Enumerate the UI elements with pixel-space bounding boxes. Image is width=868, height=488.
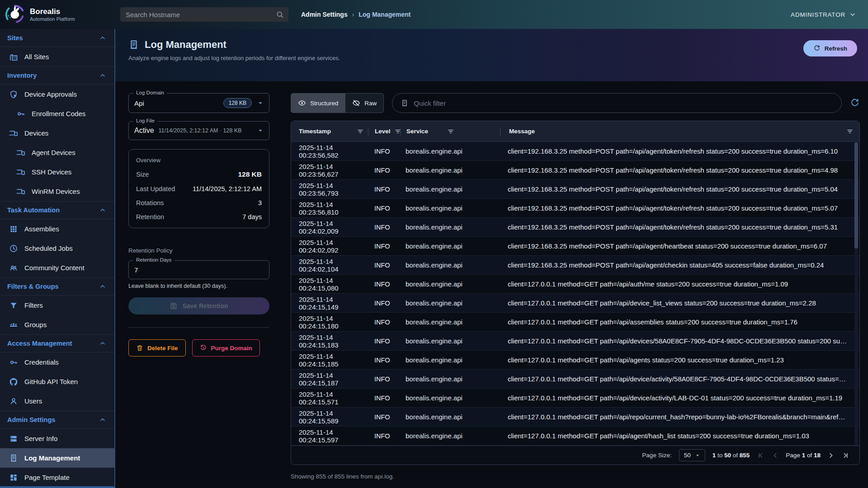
raw-toggle[interactable]: Raw [345, 94, 383, 113]
sidebar-item-winrm-devices[interactable]: WinRM Devices [0, 182, 114, 201]
structured-toggle[interactable]: Structured [291, 94, 345, 113]
sidebar-item-community-content[interactable]: Community Content [0, 258, 114, 277]
column-header-timestamp[interactable]: Timestamp [291, 128, 368, 135]
breadcrumb: Admin Settings › Log Management [301, 11, 410, 18]
page-size-select[interactable]: 50 [679, 449, 705, 461]
save-retention-button[interactable]: Save Retention [128, 297, 269, 314]
breadcrumb-admin-settings[interactable]: Admin Settings [301, 11, 348, 18]
sidebar-item-label: Users [24, 397, 42, 405]
sidebar-section-admin-settings[interactable]: Admin Settings [0, 411, 114, 429]
log-row[interactable]: 2025-11-14 00:24:15,589INFOborealis.engi… [291, 408, 859, 427]
sidebar-item-log-management[interactable]: Log Management [0, 448, 114, 468]
retention-days-input[interactable] [134, 266, 264, 274]
chevron-up-icon [99, 416, 106, 423]
sidebar-section-filters-groups[interactable]: Filters & Groups [0, 277, 114, 296]
log-row[interactable]: 2025-11-14 00:24:02,092INFOborealis.engi… [291, 237, 859, 256]
log-row[interactable]: 2025-11-14 00:24:15,597INFOborealis.engi… [291, 427, 859, 446]
log-row[interactable]: 2025-11-14 00:24:02,104INFOborealis.engi… [291, 256, 859, 275]
log-row[interactable]: 2025-11-14 00:23:56,793INFOborealis.engi… [291, 180, 859, 199]
sidebar-item-label: WinRM Devices [32, 188, 80, 195]
level-cell: INFO [368, 243, 400, 250]
level-cell: INFO [368, 338, 400, 345]
log-row[interactable]: 2025-11-14 00:24:15,180INFOborealis.engi… [291, 313, 859, 332]
log-row[interactable]: 2025-11-14 00:24:15,183INFOborealis.engi… [291, 332, 859, 351]
sidebar-item-device-approvals[interactable]: Device Approvals [0, 84, 114, 104]
sidebar-section-access-management[interactable]: Access Management [0, 334, 114, 352]
sidebar-section-task-automation[interactable]: Task Automation [0, 201, 114, 219]
log-row[interactable]: 2025-11-14 00:23:56,582INFOborealis.engi… [291, 142, 859, 161]
message-cell: client=192.168.3.25 method=POST path=/ap… [499, 242, 859, 250]
purge-domain-button[interactable]: Purge Domain [192, 339, 260, 357]
hostname-search[interactable] [120, 7, 288, 22]
quick-filter[interactable] [392, 93, 842, 113]
filter-icon[interactable] [447, 128, 454, 135]
sidebar-item-agent-devices[interactable]: Agent Devices [0, 143, 114, 162]
log-file-select[interactable]: Log File Active 11/14/2025, 2:12:12 AM ·… [128, 121, 269, 140]
column-header-level[interactable]: Level [368, 128, 400, 135]
retention-days-field[interactable]: Retention Days [128, 260, 269, 279]
log-row[interactable]: 2025-11-14 00:24:02,009INFOborealis.engi… [291, 218, 859, 237]
people-icon [9, 263, 18, 272]
refresh-button[interactable]: Refresh [803, 40, 857, 56]
service-cell: borealis.engine.api [400, 375, 499, 383]
sidebar-item-enrollment-codes[interactable]: Enrollment Codes [0, 104, 114, 123]
first-page-icon[interactable] [757, 451, 765, 460]
log-row[interactable]: 2025-11-14 00:24:15,187INFOborealis.engi… [291, 370, 859, 389]
hostname-search-input[interactable] [126, 11, 276, 19]
scrollbar-thumb[interactable] [854, 142, 858, 249]
log-row[interactable]: 2025-11-14 00:23:56,810INFOborealis.engi… [291, 199, 859, 218]
last-page-icon[interactable] [841, 451, 849, 460]
log-domain-label: Log Domain [133, 90, 167, 95]
sidebar-item-page-template[interactable]: Page Template [0, 468, 114, 487]
sidebar-item-label: Filters [24, 301, 43, 309]
previous-page-icon[interactable] [771, 451, 779, 460]
brand[interactable]: Borealis Automation Platform [0, 4, 113, 25]
table-refresh-icon[interactable] [850, 98, 860, 108]
column-header-service[interactable]: Service [401, 128, 500, 135]
quick-filter-input[interactable] [414, 99, 833, 107]
sidebar-item-users[interactable]: Users [0, 391, 114, 411]
sidebar-item-label: Groups [24, 321, 47, 328]
message-cell: client=127.0.0.1 method=GET path=/api/re… [499, 413, 859, 421]
message-cell: client=192.168.3.25 method=POST path=/ap… [499, 166, 859, 174]
sidebar-item-github-api-token[interactable]: GitHub API Token [0, 372, 114, 391]
overview-row: Size128 KB [136, 170, 262, 178]
sidebar-item-server-info[interactable]: Server Info [0, 429, 114, 448]
sidebar-section-inventory[interactable]: Inventory [0, 66, 114, 84]
filter-icon[interactable] [846, 128, 854, 135]
message-cell: client=127.0.0.1 method=GET path=/api/de… [499, 394, 859, 402]
sidebar-item-credentials[interactable]: Credentials [0, 352, 114, 372]
sidebar-item-ssh-devices[interactable]: SSH Devices [0, 162, 114, 182]
service-cell: borealis.engine.api [400, 280, 499, 288]
timestamp-cell: 2025-11-14 00:23:56,582 [291, 144, 368, 159]
shield-icon [9, 90, 18, 99]
chevron-down-icon [849, 11, 856, 18]
log-row[interactable]: 2025-11-14 00:24:15,080INFOborealis.engi… [291, 275, 859, 294]
sidebar-item-all-sites[interactable]: All Sites [0, 47, 114, 66]
log-row[interactable]: 2025-11-14 00:24:15,571INFOborealis.engi… [291, 389, 859, 408]
column-header-message[interactable]: Message [500, 128, 859, 135]
sidebar-item-label: Agent Devices [32, 149, 75, 156]
breadcrumb-log-management[interactable]: Log Management [359, 11, 410, 18]
table-scrollbar[interactable] [854, 142, 858, 445]
timestamp-cell: 2025-11-14 00:24:15,571 [291, 390, 368, 406]
timestamp-cell: 2025-11-14 00:23:56,793 [291, 182, 368, 197]
log-row[interactable]: 2025-11-14 00:23:56,627INFOborealis.engi… [291, 161, 859, 180]
next-page-icon[interactable] [827, 451, 835, 460]
caret-down-icon [695, 453, 700, 458]
sidebar-item-groups[interactable]: Groups [0, 315, 114, 334]
delete-file-button[interactable]: Delete File [128, 339, 186, 357]
sidebar-item-scheduled-jobs[interactable]: Scheduled Jobs [0, 239, 114, 258]
sidebar-section-sites[interactable]: Sites [0, 29, 114, 47]
timestamp-cell: 2025-11-14 00:24:02,092 [291, 239, 368, 254]
log-row[interactable]: 2025-11-14 00:24:15,185INFOborealis.engi… [291, 351, 859, 370]
service-cell: borealis.engine.api [400, 413, 499, 421]
log-row[interactable]: 2025-11-14 00:24:15,149INFOborealis.engi… [291, 294, 859, 313]
log-domain-select[interactable]: Log Domain Api 128 KB [128, 93, 269, 113]
sidebar-item-filters[interactable]: Filters [0, 296, 114, 315]
sidebar-item-devices[interactable]: Devices [0, 123, 114, 143]
sidebar-item-assemblies[interactable]: Assemblies [0, 219, 114, 239]
user-menu[interactable]: ADMINISTRATOR [791, 11, 856, 18]
service-cell: borealis.engine.api [400, 185, 499, 193]
filter-icon[interactable] [357, 128, 364, 135]
